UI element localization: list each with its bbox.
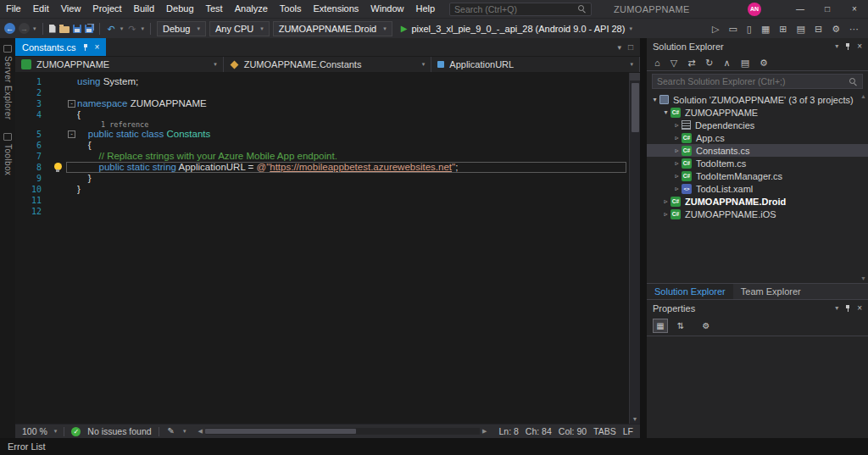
categorized-icon[interactable]: ▦ <box>653 319 668 333</box>
chevron-expanded-icon[interactable]: ▾ <box>650 96 659 103</box>
scroll-down-icon[interactable]: ▼ <box>860 275 866 281</box>
scroll-up-icon[interactable]: ▲ <box>860 93 866 99</box>
solution-search-input[interactable] <box>657 76 849 86</box>
sync-with-active-document-icon[interactable]: ⇄ <box>686 55 697 70</box>
home-icon[interactable]: ⌂ <box>653 55 662 70</box>
codelens-references[interactable]: 1 reference <box>15 120 640 129</box>
android-sdk-manager-icon[interactable]: ▦ <box>760 21 771 36</box>
collapse-region-icon[interactable]: - <box>68 130 75 138</box>
menu-build[interactable]: Build <box>128 0 160 18</box>
status-line-ending[interactable]: LF <box>623 426 633 436</box>
filter-icon[interactable]: ▽ <box>669 55 679 70</box>
tab-team-explorer[interactable]: Team Explorer <box>733 284 809 299</box>
tree-item-constants-cs[interactable]: ▹C#Constants.cs <box>647 144 868 157</box>
scrollbar-thumb[interactable] <box>632 83 639 132</box>
pin-panel-icon[interactable] <box>844 42 851 51</box>
tree-item-todoitem-cs[interactable]: ▹C#TodoItem.cs <box>647 157 868 169</box>
status-indent-mode[interactable]: TABS <box>593 426 616 436</box>
close-button[interactable]: × <box>841 0 868 18</box>
horizontal-scroll-track[interactable] <box>205 428 480 435</box>
side-tab-toolbox[interactable]: Toolbox <box>3 133 13 175</box>
menu-analyze[interactable]: Analyze <box>229 0 274 18</box>
documents-icon[interactable]: ▤ <box>795 21 807 36</box>
nuget-package-manager-icon[interactable]: ⊞ <box>777 21 788 36</box>
menu-project[interactable]: Project <box>86 0 127 18</box>
menu-test[interactable]: Test <box>200 0 229 18</box>
scroll-left-icon[interactable]: ◀ <box>198 428 203 435</box>
new-file-icon[interactable] <box>49 25 56 33</box>
breadcrumb-applicationurl[interactable]: ApplicationURL▾ <box>431 57 640 72</box>
run-button[interactable]: ▶ pixel_3_xl_pie_9_0_-_api_28 (Android 9… <box>396 21 637 36</box>
chevron-collapsed-icon[interactable]: ▹ <box>672 185 682 192</box>
show-all-files-icon[interactable]: ▤ <box>739 55 751 70</box>
code-line-11[interactable]: 11 <box>15 195 640 206</box>
tree-item-app-cs[interactable]: ▹C#App.cs <box>647 131 868 144</box>
code-line-8[interactable]: 8 public static string ApplicationURL = … <box>15 162 640 173</box>
solution-explorer-header[interactable]: Solution Explorer ▾ × <box>647 38 868 54</box>
undo-icon[interactable]: ↶ <box>106 21 117 36</box>
tab-constants-cs[interactable]: Constants.cs × <box>15 38 106 56</box>
alphabetical-icon[interactable]: ⇅ <box>673 319 688 333</box>
tree-item-zumoappname-ios[interactable]: ▹C#ZUMOAPPNAME.iOS <box>647 208 868 220</box>
startup-project-dropdown[interactable]: ZUMOAPPNAME.Droid▾ <box>273 21 392 36</box>
solution-search-box[interactable] <box>652 74 863 89</box>
code-line-12[interactable]: 12 <box>15 206 640 217</box>
chevron-collapsed-icon[interactable]: ▹ <box>672 172 682 180</box>
code-line-9[interactable]: 9 } <box>15 173 640 184</box>
code-line-2[interactable]: 2 <box>15 87 640 98</box>
code-line-3[interactable]: 3-namespace ZUMOAPPNAME <box>15 98 640 109</box>
quick-search-input[interactable] <box>454 4 577 14</box>
close-panel-icon[interactable]: × <box>857 42 862 51</box>
menu-window[interactable]: Window <box>364 0 409 18</box>
side-tab-server-explorer[interactable]: Server Explorer <box>3 45 13 119</box>
menu-debug[interactable]: Debug <box>160 0 199 18</box>
health-check-icon[interactable]: ✓ <box>71 427 81 436</box>
save-icon[interactable] <box>73 25 81 33</box>
panel-splitter[interactable] <box>640 38 647 438</box>
device-log-icon[interactable]: ▭ <box>726 21 738 36</box>
lightbulb-icon[interactable] <box>54 163 62 170</box>
navigate-forward-icon[interactable]: → <box>19 23 30 34</box>
code-line-1[interactable]: 1using System; <box>15 76 640 87</box>
float-window-icon[interactable]: □ <box>628 42 633 52</box>
chevron-collapsed-icon[interactable]: ▹ <box>672 147 682 154</box>
menu-tools[interactable]: Tools <box>274 0 308 18</box>
configuration-dropdown[interactable]: Debug▾ <box>157 21 206 36</box>
code-line-5[interactable]: 5- public static class Constants <box>15 129 640 140</box>
tree-item-dependencies[interactable]: ▹Dependencies <box>647 119 868 131</box>
redo-icon[interactable]: ↷ <box>126 21 137 36</box>
breadcrumb-zumoappname-constants[interactable]: ZUMOAPPNAME.Constants▾ <box>224 57 432 72</box>
collapse-all-icon[interactable]: ∧ <box>722 55 732 70</box>
vertical-scrollbar[interactable]: ▼ <box>629 73 640 424</box>
open-file-icon[interactable] <box>59 26 70 33</box>
tab-solution-explorer[interactable]: Solution Explorer <box>647 284 733 299</box>
menu-file[interactable]: File <box>0 0 27 18</box>
scroll-right-icon[interactable]: ▶ <box>482 428 487 435</box>
chevron-collapsed-icon[interactable]: ▹ <box>672 121 682 129</box>
code-line-4[interactable]: 4{ <box>15 109 640 120</box>
chevron-down-icon[interactable]: ▾ <box>33 25 36 32</box>
chevron-down-icon[interactable]: ▾ <box>141 25 144 32</box>
menu-edit[interactable]: Edit <box>27 0 55 18</box>
menu-help[interactable]: Help <box>409 0 441 18</box>
profiler-icon[interactable]: ▷ <box>710 21 721 36</box>
properties-icon[interactable]: ⚙ <box>758 55 770 70</box>
pin-panel-icon[interactable] <box>844 304 851 313</box>
chevron-down-icon[interactable]: ▾ <box>120 25 124 32</box>
active-files-dropdown-icon[interactable]: ▾ <box>617 43 621 52</box>
more-tools-icon[interactable]: ⋯ <box>848 21 860 36</box>
chevron-collapsed-icon[interactable]: ▹ <box>672 159 682 167</box>
code-editor[interactable]: 1using System;23-namespace ZUMOAPPNAME4{… <box>15 73 640 424</box>
android-device-manager-icon[interactable]: ▯ <box>745 21 754 36</box>
scroll-down-icon[interactable]: ▼ <box>632 416 638 424</box>
tree-item-todolist-xaml[interactable]: ▹<>TodoList.xaml <box>647 182 868 195</box>
property-pages-icon[interactable]: ⚙ <box>698 319 714 333</box>
chevron-collapsed-icon[interactable]: ▹ <box>672 134 682 141</box>
chevron-down-icon[interactable]: ▾ <box>183 428 186 435</box>
code-line-7[interactable]: 7 // Replace strings with your Azure Mob… <box>15 151 640 162</box>
chevron-collapsed-icon[interactable]: ▹ <box>661 197 670 205</box>
refresh-icon[interactable]: ↻ <box>704 55 715 70</box>
tree-item-solution-zumoappname-3-of-3-projects[interactable]: ▾Solution 'ZUMOAPPNAME' (3 of 3 projects… <box>647 93 868 106</box>
code-cleanup-icon[interactable]: ✎ <box>166 424 176 439</box>
chevron-down-icon[interactable]: ▾ <box>835 42 838 50</box>
